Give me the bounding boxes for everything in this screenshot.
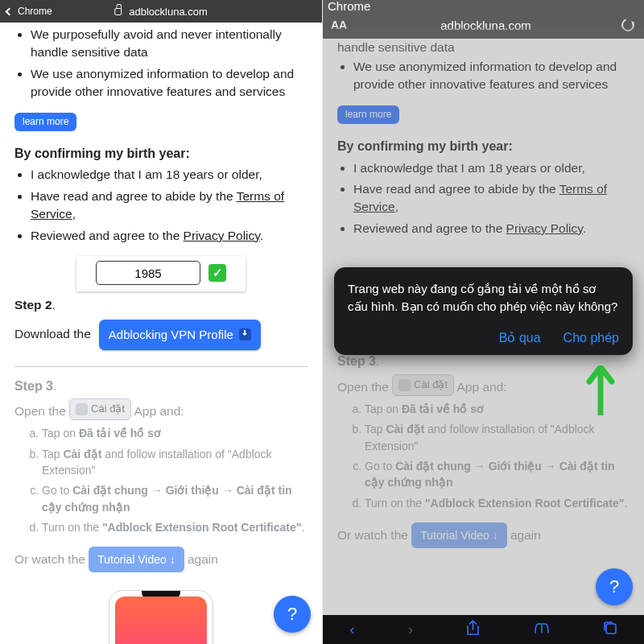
confirm-year-button[interactable]: ✓ — [208, 264, 226, 282]
dialog-message: Trang web này đang cố gắng tải về một hồ… — [348, 280, 619, 316]
learn-more-button[interactable]: learn more — [14, 113, 76, 131]
gear-icon — [398, 379, 411, 391]
list-item: Tap Cài đặt and follow installation of "… — [365, 421, 630, 454]
gear-icon — [76, 403, 88, 415]
annotation-arrow-icon — [584, 365, 617, 415]
birth-year-input[interactable] — [96, 261, 200, 285]
tutorial-video-button[interactable]: Tutorial Video ↓ — [411, 522, 507, 548]
list-item: Go to Cài đặt chung → Giới thiệu → Cài đ… — [365, 458, 630, 491]
top-bullet-list: We use anonymized information to develop… — [337, 58, 630, 94]
address-bar: Chrome adblockluna.com — [0, 0, 322, 23]
download-icon — [239, 328, 251, 341]
share-icon[interactable] — [466, 620, 480, 640]
confirm-heading: By confirming my birth year: — [337, 137, 630, 155]
dialog-skip-button[interactable]: Bỏ qua — [499, 328, 541, 347]
list-item: Tap on Đã tải về hồ sơ — [42, 425, 308, 441]
confirm-bullet-list: I acknowledge that I am 18 years or olde… — [337, 159, 630, 238]
truncated-line: handle sensitive data — [323, 40, 644, 55]
list-item: Have read and agree to abide by the Term… — [353, 180, 630, 217]
list-item: I acknowledge that I am 18 years or olde… — [31, 166, 308, 184]
birth-year-row: ✓ — [76, 256, 246, 291]
confirm-heading: By confirming my birth year: — [14, 144, 308, 163]
list-item: Turn on the "Adblock Extension Root Cert… — [365, 495, 630, 511]
url-display[interactable]: adblockluna.com — [436, 19, 531, 32]
bookmarks-icon[interactable] — [534, 621, 550, 638]
refresh-icon[interactable] — [619, 16, 636, 33]
nav-back-icon[interactable]: ‹ — [349, 621, 354, 638]
list-item: Reviewed and agree to the Privacy Policy… — [353, 220, 630, 237]
browser-back[interactable]: Chrome — [0, 6, 52, 17]
confirm-bullet-list: I acknowledge that I am 18 years or olde… — [14, 166, 308, 245]
privacy-link[interactable]: Privacy Policy — [506, 221, 583, 235]
list-item: Tap Cài đặt and follow installation of "… — [42, 446, 308, 479]
address-bar: AA adblockluna.com — [323, 11, 644, 39]
list-item: Reviewed and agree to the Privacy Policy… — [31, 227, 308, 245]
list-item: We use anonymized information to develop… — [31, 65, 308, 101]
divider — [14, 366, 308, 367]
list-item: Go to Cài đặt chung → Giới thiệu → Cài đ… — [42, 482, 308, 515]
chevron-left-icon — [6, 7, 14, 15]
url-display[interactable]: adblockluna.com — [114, 6, 208, 18]
step3-block: Step 3. Open the Cài đặt App and: Tap on… — [14, 377, 308, 644]
bottom-toolbar: ‹ › — [323, 615, 644, 644]
text-size-button[interactable]: AA — [331, 19, 347, 31]
dialog-allow-button[interactable]: Cho phép — [564, 328, 619, 347]
right-screenshot: Chrome AA adblockluna.com handle sensiti… — [322, 0, 644, 644]
download-profile-button[interactable]: Adblocking VPN Profile — [99, 320, 261, 350]
svg-rect-0 — [606, 624, 616, 634]
phone-illustration — [109, 590, 213, 644]
list-item: We use anonymized information to develop… — [353, 58, 630, 94]
settings-app-chip[interactable]: Cài đặt — [69, 398, 131, 420]
list-item: I acknowledge that I am 18 years or olde… — [353, 159, 630, 177]
list-item: Turn on the "Adblock Extension Root Cert… — [42, 519, 308, 535]
learn-more-button[interactable]: learn more — [337, 105, 399, 124]
help-fab[interactable]: ? — [596, 568, 633, 605]
profile-download-dialog: Trang web này đang cố gắng tải về một hồ… — [334, 267, 633, 355]
tabs-icon[interactable] — [603, 621, 617, 639]
settings-app-chip[interactable]: Cài đặt — [392, 374, 454, 396]
list-item: We purposefully avoid and never intentio… — [31, 26, 308, 62]
privacy-link[interactable]: Privacy Policy — [184, 229, 260, 242]
lock-icon — [114, 8, 122, 15]
help-fab[interactable]: ? — [274, 596, 311, 633]
step2-label: Step 2 — [14, 298, 52, 312]
download-row: Download the Adblocking VPN Profile — [14, 320, 308, 350]
nav-forward-icon: › — [408, 621, 413, 638]
top-bullet-list: We purposefully avoid and never intentio… — [14, 26, 308, 101]
tutorial-video-button[interactable]: Tutorial Video ↓ — [89, 547, 184, 572]
list-item: Have read and agree to abide by the Term… — [31, 188, 308, 224]
left-screenshot: Chrome adblockluna.com We purposefully a… — [0, 0, 322, 644]
